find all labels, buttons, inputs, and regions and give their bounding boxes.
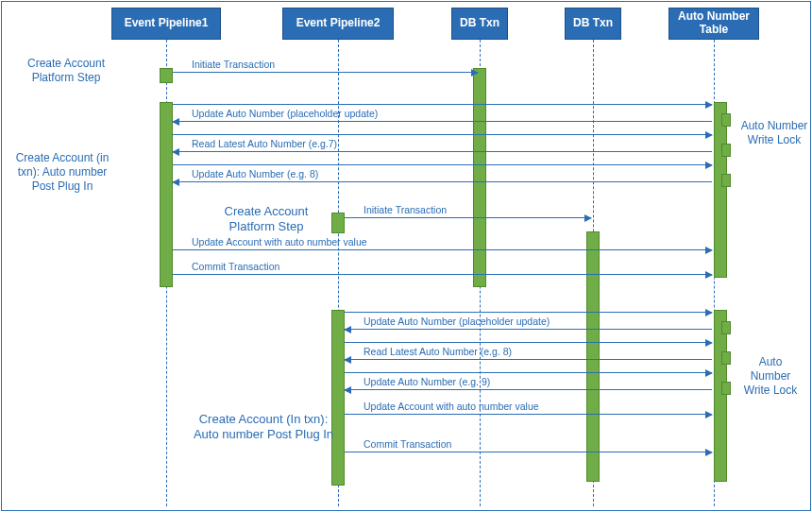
message-label-11: Update Auto Number (placeholder update) xyxy=(364,316,550,327)
message-arrow-4 xyxy=(173,151,712,152)
message-label-8: Update Account with auto number value xyxy=(192,236,367,247)
message-arrow-17 xyxy=(345,452,712,452)
side-label-0: Create Account Platform Step xyxy=(19,57,113,85)
activation-aut-11 xyxy=(721,321,731,334)
side-label-2: Auto Number Write Lock xyxy=(740,119,808,147)
message-arrow-0 xyxy=(173,72,478,73)
side-label-5: Auto Number Write Lock xyxy=(742,355,799,398)
diagram-frame xyxy=(1,1,811,511)
activation-ep1-0 xyxy=(160,68,173,83)
side-label-1: Create Account (in txn): Auto number Pos… xyxy=(6,151,119,194)
activation-db1-4 xyxy=(473,68,486,287)
message-arrow-12 xyxy=(345,342,712,343)
participant-aut: Auto Number Table xyxy=(668,8,759,40)
participant-db2: DB Txn xyxy=(565,8,621,40)
activation-aut-7 xyxy=(721,113,731,127)
message-label-0: Initiate Transaction xyxy=(192,59,275,70)
message-arrow-13 xyxy=(345,359,712,360)
activation-aut-6 xyxy=(714,102,727,278)
message-arrow-16 xyxy=(345,414,712,415)
activation-ep1-1 xyxy=(160,102,173,287)
message-arrow-5 xyxy=(173,164,712,165)
message-arrow-14 xyxy=(345,372,712,373)
message-label-16: Update Account with auto number value xyxy=(364,401,539,412)
side-label-4: Create Account (In txn): Auto number Pos… xyxy=(193,412,334,443)
message-arrow-9 xyxy=(173,274,712,275)
side-label-3: Create Account Platform Step xyxy=(200,204,332,235)
message-arrow-6 xyxy=(173,181,712,182)
message-label-7: Initiate Transaction xyxy=(364,204,447,215)
activation-ep2-2 xyxy=(331,213,345,233)
message-arrow-3 xyxy=(173,134,712,135)
participant-ep2: Event Pipeline2 xyxy=(282,8,394,40)
message-label-4: Read Latest Auto Number (e.g.7) xyxy=(192,138,337,149)
message-arrow-11 xyxy=(345,329,712,330)
message-arrow-2 xyxy=(173,121,712,122)
activation-aut-10 xyxy=(714,310,727,482)
message-arrow-10 xyxy=(345,312,712,313)
activation-aut-8 xyxy=(721,144,731,157)
activation-ep2-3 xyxy=(331,310,345,486)
activation-db2-5 xyxy=(586,231,600,482)
message-arrow-8 xyxy=(173,249,712,250)
participant-ep1: Event Pipeline1 xyxy=(111,8,221,40)
message-label-2: Update Auto Number (placeholder update) xyxy=(192,108,378,119)
message-label-9: Commit Transaction xyxy=(192,261,279,272)
message-label-6: Update Auto Number (e.g. 8) xyxy=(192,168,318,179)
message-arrow-7 xyxy=(345,217,591,218)
activation-aut-13 xyxy=(721,382,731,395)
message-label-17: Commit Transaction xyxy=(364,438,451,450)
message-label-13: Read Latest Auto Number (e.g. 8) xyxy=(364,346,512,357)
participant-db1: DB Txn xyxy=(451,8,508,40)
activation-aut-9 xyxy=(721,174,731,187)
message-label-15: Update Auto Number (e.g. 9) xyxy=(364,376,490,387)
activation-aut-12 xyxy=(721,351,731,365)
message-arrow-15 xyxy=(345,389,712,390)
message-arrow-1 xyxy=(173,104,712,105)
